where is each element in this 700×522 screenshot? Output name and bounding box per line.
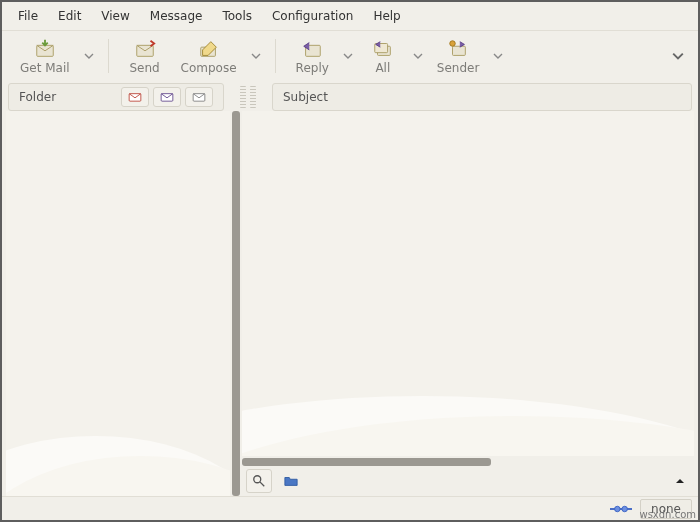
compose-dropdown[interactable] bbox=[247, 51, 265, 61]
reply-all-button[interactable]: All bbox=[357, 35, 409, 77]
subject-header-label: Subject bbox=[283, 90, 328, 104]
svg-point-15 bbox=[622, 506, 628, 512]
svg-rect-6 bbox=[453, 46, 466, 55]
send-label: Send bbox=[129, 61, 159, 75]
reply-label: Reply bbox=[296, 61, 329, 75]
reply-dropdown[interactable] bbox=[339, 51, 357, 61]
folder-tree-pane[interactable] bbox=[6, 111, 230, 496]
toolbar: Get Mail Send Compose bbox=[2, 31, 698, 83]
menubar: File Edit View Message Tools Configurati… bbox=[2, 2, 698, 31]
menu-file[interactable]: File bbox=[8, 6, 48, 26]
reply-all-icon bbox=[369, 37, 397, 61]
subject-column-header[interactable]: Subject bbox=[272, 83, 692, 111]
folder-filter-new-icon[interactable] bbox=[121, 87, 149, 107]
collapse-preview-button[interactable] bbox=[670, 471, 690, 491]
reply-button[interactable]: Reply bbox=[286, 35, 339, 77]
toolbar-overflow[interactable] bbox=[666, 35, 690, 77]
reply-icon bbox=[298, 37, 326, 61]
get-mail-button[interactable]: Get Mail bbox=[10, 35, 80, 77]
folder-header-label: Folder bbox=[19, 90, 117, 104]
search-icon bbox=[252, 474, 266, 488]
send-button[interactable]: Send bbox=[119, 35, 171, 77]
svg-line-12 bbox=[260, 482, 264, 486]
svg-point-14 bbox=[615, 506, 621, 512]
get-mail-icon bbox=[31, 37, 59, 61]
column-headers: Folder Subject bbox=[2, 83, 698, 111]
preview-toolbar bbox=[242, 466, 694, 496]
compose-icon bbox=[195, 37, 223, 61]
menu-configuration[interactable]: Configuration bbox=[262, 6, 363, 26]
folder-filter-unread-icon[interactable] bbox=[153, 87, 181, 107]
svg-point-11 bbox=[254, 476, 261, 483]
menu-view[interactable]: View bbox=[91, 6, 139, 26]
get-mail-label: Get Mail bbox=[20, 61, 70, 75]
reply-sender-label: Sender bbox=[437, 61, 480, 75]
folder-column-header[interactable]: Folder bbox=[8, 83, 224, 111]
pane-splitter-handle-top[interactable] bbox=[228, 83, 268, 111]
open-folder-button[interactable] bbox=[278, 469, 304, 493]
menu-tools[interactable]: Tools bbox=[212, 6, 262, 26]
reply-all-label: All bbox=[375, 61, 390, 75]
reply-sender-icon bbox=[444, 37, 472, 61]
message-list-pane[interactable] bbox=[242, 111, 694, 456]
compose-label: Compose bbox=[181, 61, 237, 75]
reply-all-dropdown[interactable] bbox=[409, 51, 427, 61]
get-mail-dropdown[interactable] bbox=[80, 51, 98, 61]
menu-message[interactable]: Message bbox=[140, 6, 213, 26]
content-panes bbox=[2, 111, 698, 496]
watermark-text: wsxdn.com bbox=[639, 509, 696, 520]
toolbar-separator bbox=[108, 39, 109, 73]
compose-button[interactable]: Compose bbox=[171, 35, 247, 77]
menu-edit[interactable]: Edit bbox=[48, 6, 91, 26]
email-client-window: File Edit View Message Tools Configurati… bbox=[0, 0, 700, 522]
connection-status-icon[interactable] bbox=[610, 501, 632, 517]
search-button[interactable] bbox=[246, 469, 272, 493]
status-bar: none bbox=[2, 496, 698, 520]
vertical-splitter[interactable] bbox=[232, 111, 240, 496]
reply-sender-button[interactable]: Sender bbox=[427, 35, 490, 77]
reply-sender-dropdown[interactable] bbox=[489, 51, 507, 61]
folder-filter-all-icon[interactable] bbox=[185, 87, 213, 107]
svg-point-7 bbox=[450, 41, 456, 47]
horizontal-splitter[interactable] bbox=[242, 458, 491, 466]
folder-open-icon bbox=[283, 474, 299, 488]
menu-help[interactable]: Help bbox=[363, 6, 410, 26]
send-icon bbox=[131, 37, 159, 61]
toolbar-separator-2 bbox=[275, 39, 276, 73]
